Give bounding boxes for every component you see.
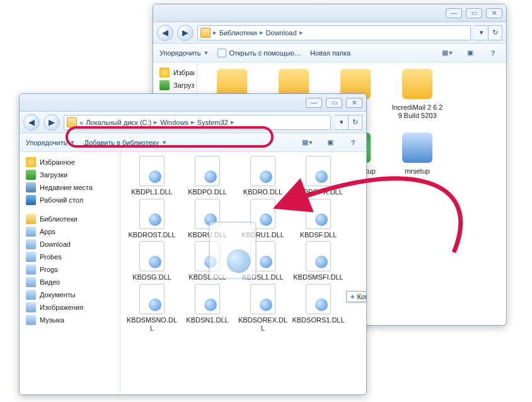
breadcrumb-item[interactable]: Библиотеки bbox=[219, 29, 257, 37]
close-button[interactable]: ✕ bbox=[346, 98, 362, 108]
file-item[interactable]: KBDROST.DLL bbox=[124, 199, 180, 239]
preview-pane-button[interactable]: ▣ bbox=[463, 46, 477, 60]
file-item[interactable]: KBDROPR.DLL bbox=[291, 156, 346, 196]
sidebar-item[interactable]: Недавние места bbox=[22, 181, 117, 194]
sidebar-item[interactable]: Probes bbox=[22, 251, 117, 263]
refresh-button[interactable]: ↻ bbox=[489, 25, 502, 40]
sidebar-item[interactable]: Рабочий стол bbox=[22, 194, 117, 206]
toolbar: Упорядочить▼ Открыть с помощью… Новая па… bbox=[153, 44, 506, 62]
minimize-button[interactable]: — bbox=[446, 8, 462, 18]
breadcrumb-sep: ▸ bbox=[260, 28, 263, 37]
new-folder-button[interactable]: Новая папка bbox=[310, 49, 350, 57]
forward-button[interactable]: ▶ bbox=[43, 114, 60, 131]
address-dropdown[interactable]: ▾ bbox=[475, 25, 489, 40]
file-label: KBDSOREX.DLL bbox=[236, 316, 289, 332]
download-icon bbox=[159, 80, 170, 90]
breadcrumb-sep: ▸ bbox=[231, 118, 234, 126]
library-icon bbox=[26, 214, 36, 224]
breadcrumb-sep: ▸ bbox=[213, 28, 217, 37]
help-button[interactable]: ? bbox=[346, 136, 360, 150]
back-button[interactable]: ◀ bbox=[157, 25, 173, 41]
sidebar-item[interactable]: Download bbox=[22, 238, 117, 251]
file-label: KBDSMSNO.DLL bbox=[125, 316, 178, 332]
file-pane[interactable]: KBDPL1.DLLKBDPO.DLLKBDRO.DLLKBDROPR.DLLK… bbox=[120, 152, 366, 394]
item-icon bbox=[400, 130, 435, 165]
sidebar-item[interactable]: Документы bbox=[22, 288, 117, 301]
sidebar-item[interactable]: Загрузки bbox=[156, 79, 194, 92]
address-bar[interactable]: « Локальный диск (C:) ▸ Windows ▸ System… bbox=[64, 115, 331, 130]
file-item[interactable]: mrsetup bbox=[386, 130, 448, 183]
star-icon bbox=[26, 157, 36, 167]
file-item[interactable]: KBDSOREX.DLL bbox=[235, 284, 291, 332]
sidebar-item[interactable]: Загрузки bbox=[22, 168, 117, 181]
file-item[interactable]: KBDSF.DLL bbox=[291, 199, 346, 239]
file-item[interactable]: KBDSN1.DLL bbox=[180, 284, 235, 332]
sidebar-label: Недавние места bbox=[40, 184, 93, 191]
organize-label: Упорядочить bbox=[26, 139, 67, 146]
view-button[interactable]: ▦▼ bbox=[301, 136, 315, 150]
forward-button[interactable]: ▶ bbox=[177, 25, 194, 41]
address-bar[interactable]: ▸ Библиотеки ▸ Download ▸ bbox=[197, 25, 471, 40]
sidebar-item[interactable]: Изображения bbox=[22, 301, 117, 314]
organize-label: Упорядочить bbox=[159, 49, 200, 57]
maximize-button[interactable]: ▭ bbox=[326, 98, 342, 108]
sidebar-label: Рабочий стол bbox=[40, 196, 83, 204]
window-system32: — ▭ ✕ ◀ ▶ « Локальный диск (C:) ▸ Window… bbox=[19, 93, 367, 395]
dll-icon bbox=[137, 284, 167, 314]
sidebar-label: Библиотеки bbox=[40, 215, 78, 223]
add-to-library-menu[interactable]: Добавить в библиотеку▼ bbox=[84, 139, 167, 146]
dll-icon bbox=[192, 284, 223, 314]
sidebar-favorites[interactable]: Избранное bbox=[22, 156, 117, 168]
file-label: KBDSN1.DLL bbox=[186, 316, 228, 324]
dll-icon bbox=[303, 156, 333, 186]
breadcrumb-item[interactable]: Windows bbox=[160, 119, 188, 126]
breadcrumb-item[interactable]: Локальный диск (C:) bbox=[86, 119, 151, 126]
refresh-button[interactable]: ↻ bbox=[349, 115, 362, 130]
sidebar-libraries[interactable]: Библиотеки bbox=[22, 213, 117, 225]
folder-icon bbox=[200, 28, 211, 38]
sidebar-label: Download bbox=[40, 240, 71, 248]
help-button[interactable]: ? bbox=[486, 46, 500, 60]
sidebar-label: Видео bbox=[40, 278, 60, 286]
file-item[interactable]: KBDSORS1.DLL bbox=[291, 284, 346, 332]
sidebar-item[interactable]: Progs bbox=[22, 263, 117, 276]
sidebar-favorites[interactable]: Избранное bbox=[156, 66, 194, 79]
view-button[interactable]: ▦▼ bbox=[441, 46, 454, 60]
file-item[interactable]: IncrediMail 2 6.29 Build 5203 bbox=[386, 66, 448, 127]
sidebar-item[interactable]: Apps bbox=[22, 225, 117, 238]
maximize-button[interactable]: ▭ bbox=[466, 8, 482, 18]
library-item-icon bbox=[26, 315, 36, 325]
preview-pane-button[interactable]: ▣ bbox=[323, 136, 337, 150]
close-button[interactable]: ✕ bbox=[486, 8, 502, 18]
dll-icon bbox=[303, 241, 333, 271]
sidebar-label: Загрузки bbox=[173, 81, 194, 89]
file-item[interactable]: KBDSMSNO.DLL bbox=[124, 284, 180, 332]
back-button[interactable]: ◀ bbox=[23, 114, 40, 131]
dll-icon bbox=[137, 199, 167, 229]
file-item[interactable]: KBDPO.DLL bbox=[180, 156, 235, 196]
drag-tooltip: +Копировать в "System32" bbox=[346, 291, 366, 302]
address-controls: ▾ ↻ bbox=[335, 115, 362, 130]
sidebar-item[interactable]: Видео bbox=[22, 276, 117, 288]
breadcrumb-item[interactable]: System32 bbox=[197, 119, 228, 126]
library-item-icon bbox=[26, 239, 36, 249]
sidebar-label: Изображения bbox=[40, 304, 83, 311]
minimize-button[interactable]: — bbox=[306, 98, 322, 108]
organize-menu[interactable]: Упорядочить▼ bbox=[26, 139, 75, 146]
file-item[interactable]: KBDSG.DLL bbox=[124, 241, 180, 281]
file-item[interactable]: KBDRO.DLL bbox=[235, 156, 291, 196]
navbar: ◀ ▶ ▸ Библиотеки ▸ Download ▸ ▾ ↻ bbox=[153, 22, 506, 44]
sidebar-item[interactable]: Музыка bbox=[22, 314, 117, 326]
open-with-menu[interactable]: Открыть с помощью… bbox=[217, 49, 301, 57]
breadcrumb-sep: ▸ bbox=[299, 28, 303, 37]
file-label: KBDSMSFI.DLL bbox=[293, 273, 343, 281]
plus-icon: + bbox=[350, 293, 354, 300]
drag-tooltip-text: Копировать в "System32" bbox=[357, 293, 366, 300]
address-dropdown[interactable]: ▾ bbox=[335, 115, 349, 130]
organize-menu[interactable]: Упорядочить▼ bbox=[159, 49, 209, 57]
file-item[interactable]: KBDPL1.DLL bbox=[124, 156, 180, 196]
breadcrumb-sep: ▸ bbox=[191, 118, 195, 126]
breadcrumb-item[interactable]: Download bbox=[266, 29, 297, 37]
file-item[interactable]: KBDSMSFI.DLL bbox=[291, 241, 346, 281]
dll-icon bbox=[137, 156, 167, 186]
